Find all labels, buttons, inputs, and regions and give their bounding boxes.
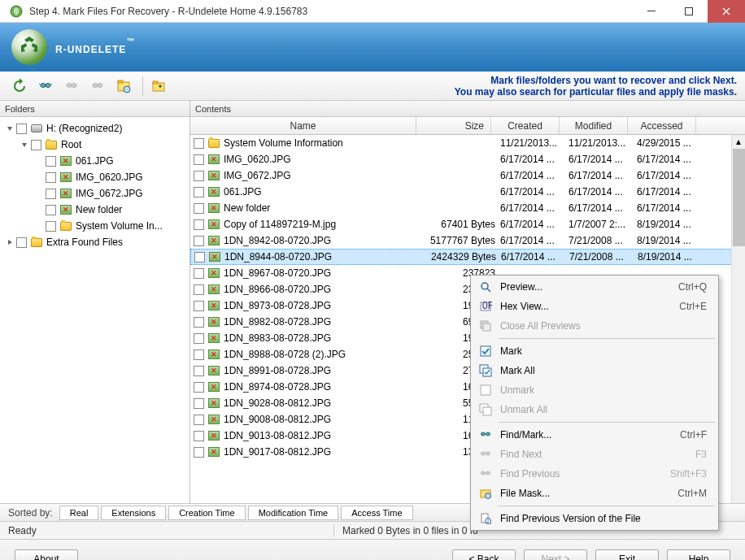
checkbox[interactable] xyxy=(194,203,204,214)
checkbox[interactable] xyxy=(194,171,204,181)
tree-item[interactable]: H: (Recognized2) xyxy=(0,120,190,137)
menu-mark[interactable]: Mark xyxy=(473,341,717,361)
checkbox[interactable] xyxy=(194,366,204,376)
col-accessed[interactable]: Accessed xyxy=(628,117,696,134)
file-row[interactable]: ✕IMG_0672.JPG6/17/2014 ...6/17/2014 ...6… xyxy=(190,167,745,184)
menu-find-previous-version-of-the-file[interactable]: Find Previous Version of the File xyxy=(473,509,717,528)
vertical-scrollbar[interactable]: ▴ xyxy=(731,135,745,503)
checkbox[interactable] xyxy=(16,237,27,248)
maximize-button[interactable] xyxy=(670,0,708,23)
find-button[interactable] xyxy=(34,75,57,98)
minimize-button[interactable] xyxy=(633,0,670,23)
tree-item[interactable]: ✕061.JPG xyxy=(0,153,190,169)
file-row[interactable]: ✕061.JPG6/17/2014 ...6/17/2014 ...6/17/2… xyxy=(190,184,745,200)
tree-item[interactable]: ✕IMG_0620.JPG xyxy=(0,169,190,185)
checkbox[interactable] xyxy=(194,431,204,441)
expand-icon[interactable] xyxy=(34,205,44,215)
checkbox[interactable] xyxy=(194,252,205,263)
file-accessed: 6/17/2014 ... xyxy=(637,202,705,214)
checkbox[interactable] xyxy=(194,284,204,295)
checkbox[interactable] xyxy=(46,172,56,183)
menu-preview[interactable]: Preview...Ctrl+Q xyxy=(473,277,717,297)
tree-item[interactable]: Root xyxy=(0,137,190,153)
expand-icon[interactable] xyxy=(34,156,44,166)
checkbox[interactable] xyxy=(46,156,56,167)
menu-file-mask[interactable]: File Mask...Ctrl+M xyxy=(473,484,717,503)
checkbox[interactable] xyxy=(194,398,204,409)
app-banner: R-UNDELETE™ xyxy=(0,23,745,72)
checkbox[interactable] xyxy=(194,268,204,279)
open-folder-button[interactable] xyxy=(147,75,170,98)
sort-tab-extensions[interactable]: Extensions xyxy=(101,506,166,520)
file-row[interactable]: ✕1DN_8944-08-0720.JPG2424329 Bytes6/17/2… xyxy=(190,249,745,265)
file-name: 061.JPG xyxy=(224,186,262,198)
svg-text:0F: 0F xyxy=(482,300,492,311)
sort-tab-modification-time[interactable]: Modification Time xyxy=(248,506,339,520)
expand-icon[interactable] xyxy=(5,124,15,133)
help-button[interactable]: Help xyxy=(667,549,730,561)
checkbox[interactable] xyxy=(194,415,204,425)
checkbox[interactable] xyxy=(46,205,56,215)
col-size[interactable]: Size xyxy=(416,117,491,134)
tree-item[interactable]: ✕IMG_0672.JPG xyxy=(0,185,190,202)
tree-label: New folder xyxy=(76,204,122,215)
menu-find-mark[interactable]: Find/Mark...Ctrl+F xyxy=(473,425,717,445)
tree-item[interactable]: System Volume In... xyxy=(0,218,190,234)
checkbox[interactable] xyxy=(194,154,204,165)
file-row[interactable]: ✕New folder6/17/2014 ...6/17/2014 ...6/1… xyxy=(190,200,745,216)
file-row[interactable]: ✕IMG_0620.JPG6/17/2014 ...6/17/2014 ...6… xyxy=(190,151,745,167)
col-name[interactable]: Name xyxy=(190,117,416,134)
checkbox[interactable] xyxy=(46,189,56,199)
refresh-button[interactable] xyxy=(8,75,31,98)
expand-icon[interactable] xyxy=(5,237,15,247)
tree-item[interactable]: Extra Found Files xyxy=(0,234,190,250)
checkbox[interactable] xyxy=(194,333,204,344)
svg-point-28 xyxy=(486,452,490,455)
menu-hex-view[interactable]: 0FHex View...Ctrl+E xyxy=(473,297,717,316)
checkbox[interactable] xyxy=(194,236,204,246)
checkbox[interactable] xyxy=(194,349,204,360)
back-button[interactable]: < Back xyxy=(452,549,516,561)
menu-label: File Mask... xyxy=(500,488,677,499)
file-created: 6/17/2014 ... xyxy=(500,202,569,214)
expand-icon[interactable] xyxy=(20,140,29,150)
checkbox[interactable] xyxy=(194,301,204,311)
exit-button[interactable]: Exit xyxy=(595,549,659,561)
filemask-icon xyxy=(476,485,495,501)
file-row[interactable]: System Volume Information11/21/2013...11… xyxy=(190,135,745,151)
menu-accelerator: Ctrl+M xyxy=(677,488,717,499)
col-created[interactable]: Created xyxy=(491,117,560,134)
close-button[interactable] xyxy=(708,0,745,23)
contents-header: Contents xyxy=(190,101,745,117)
sort-tab-access-time[interactable]: Access Time xyxy=(341,506,412,520)
file-row[interactable]: ✕Copy of 114897219-M.jpg67401 Bytes6/17/… xyxy=(190,216,745,232)
expand-icon[interactable] xyxy=(34,189,44,198)
file-created: 6/17/2014 ... xyxy=(500,154,569,165)
checkbox[interactable] xyxy=(194,447,204,458)
file-mask-button[interactable] xyxy=(112,75,135,98)
menu-mark-all[interactable]: Mark All xyxy=(473,361,717,380)
next-button[interactable]: Next > xyxy=(524,549,587,561)
folder-tree[interactable]: H: (Recognized2)Root✕061.JPG✕IMG_0620.JP… xyxy=(0,117,190,503)
col-modified[interactable]: Modified xyxy=(560,117,628,134)
checkbox[interactable] xyxy=(16,124,27,134)
checkbox[interactable] xyxy=(194,219,204,230)
checkbox[interactable] xyxy=(31,140,41,150)
file-accessed: 8/19/2014 ... xyxy=(637,219,705,230)
hex-icon: 0F xyxy=(476,298,495,315)
expand-icon[interactable] xyxy=(34,221,44,231)
find-next-button[interactable] xyxy=(60,75,83,98)
sort-tab-creation-time[interactable]: Creation Time xyxy=(168,506,245,520)
file-row[interactable]: ✕1DN_8942-08-0720.JPG5177767 Bytes6/17/2… xyxy=(190,232,745,249)
svg-point-29 xyxy=(481,471,486,475)
checkbox[interactable] xyxy=(46,221,56,232)
sort-tab-real[interactable]: Real xyxy=(59,506,99,520)
checkbox[interactable] xyxy=(194,382,204,393)
expand-icon[interactable] xyxy=(34,172,44,182)
tree-item[interactable]: ✕New folder xyxy=(0,202,190,218)
checkbox[interactable] xyxy=(194,187,204,198)
about-button[interactable]: About xyxy=(15,549,78,561)
checkbox[interactable] xyxy=(194,138,204,149)
find-prev-button[interactable] xyxy=(86,75,109,98)
checkbox[interactable] xyxy=(194,317,204,328)
